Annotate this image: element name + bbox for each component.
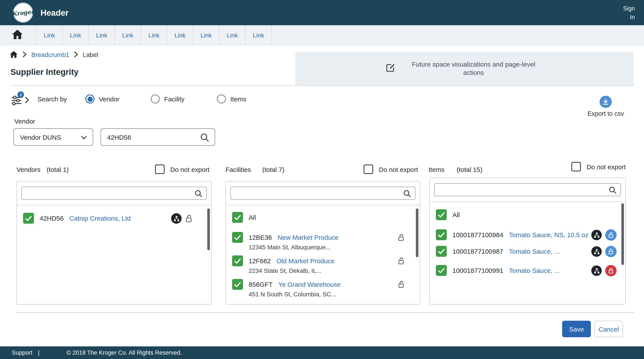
cancel-button[interactable]: Cancel [594, 321, 623, 337]
vendor-row[interactable]: 42HD56 Catnip Creations, Ltd [23, 213, 206, 224]
facilities-all-row[interactable]: All [232, 212, 414, 223]
search-icon[interactable] [403, 189, 412, 200]
facilities-do-not-export[interactable]: Do not export [364, 164, 418, 174]
checkbox-checked-icon[interactable] [232, 279, 243, 290]
vendor-section-label: Vendor [14, 117, 35, 125]
checkbox-unchecked-icon[interactable] [155, 164, 164, 174]
kroger-logo[interactable]: Kroger [13, 2, 33, 23]
breadcrumb-link[interactable]: Breadcrumb1 [31, 51, 69, 58]
dropdown-value: Vendor DUNS [20, 133, 61, 141]
facility-row[interactable]: 12BE36 New Market Produce 12345 Main St,… [232, 232, 414, 251]
unlock-icon[interactable] [186, 215, 193, 222]
unlock-icon[interactable] [398, 281, 405, 288]
checkbox-unchecked-icon[interactable] [571, 162, 581, 171]
item-row[interactable]: 10001877100984 Tomato Sauce, NS, 10.5 oz [436, 229, 620, 240]
nav-link[interactable]: Link [36, 25, 63, 45]
checkbox-checked-icon[interactable] [232, 212, 243, 223]
facility-name-link[interactable]: New Market Produce [278, 234, 338, 241]
facilities-total: (total 7) [262, 166, 284, 173]
items-total: (total 15) [456, 166, 482, 173]
facility-row[interactable]: 856GFT Ye Grand Warehouse 451 N South St… [232, 279, 414, 298]
hierarchy-icon[interactable] [591, 230, 602, 240]
search-icon[interactable] [194, 189, 203, 200]
nav-link[interactable]: Link [141, 25, 167, 45]
facility-name-link[interactable]: Ye Grand Warehouse [278, 281, 340, 288]
support-link[interactable]: Support [12, 350, 32, 356]
item-row[interactable]: 10001877100991 Tomato Sauce, ... [436, 265, 620, 276]
vendors-filter-input[interactable] [22, 187, 206, 199]
vendors-do-not-export[interactable]: Do not export [155, 164, 210, 174]
app-header: Kroger Header Sign In [0, 0, 644, 25]
search-icon[interactable] [608, 186, 617, 196]
facility-row-text: 12F662 Old Market Produce 2234 State St,… [249, 255, 335, 274]
items-do-not-export[interactable]: Do not export [571, 162, 626, 171]
facility-name-link[interactable]: Old Market Produce [276, 257, 335, 265]
divider [17, 205, 211, 205]
item-name-link[interactable]: Tomato Sauce, ... [509, 267, 560, 274]
vendor-name-link[interactable]: Catnip Creations, Ltd [69, 215, 131, 222]
item-name-link[interactable]: Tomato Sauce, ... [509, 248, 560, 255]
hierarchy-icon[interactable] [171, 213, 182, 224]
checkbox-checked-icon[interactable] [232, 255, 243, 266]
radio-unselected-icon[interactable] [217, 94, 226, 104]
checkbox-checked-icon[interactable] [23, 213, 34, 224]
info-banner-text: Future space visualizations and page-lev… [404, 61, 544, 77]
nav-link[interactable]: Link [193, 25, 220, 45]
edit-note-icon [385, 63, 396, 75]
vendor-code: 42HD56 [40, 215, 64, 222]
radio-vendor[interactable]: Vendor [85, 94, 120, 104]
nav-link[interactable]: Link [89, 25, 115, 45]
checkbox-checked-icon[interactable] [436, 246, 447, 257]
checkbox-checked-icon[interactable] [436, 229, 447, 240]
hierarchy-icon[interactable] [591, 246, 602, 257]
checkbox-checked-icon[interactable] [436, 209, 447, 220]
nav-link[interactable]: Link [246, 25, 272, 45]
export-to-csv-label: Export to csv [588, 110, 624, 117]
hierarchy-icon[interactable] [591, 266, 602, 276]
vendors-panel: 42HD56 Catnip Creations, Ltd [16, 181, 212, 305]
vendor-search-input[interactable] [101, 129, 215, 145]
breadcrumb-home-icon[interactable] [10, 50, 18, 59]
unlock-circle-icon[interactable] [605, 229, 616, 241]
vendor-duns-dropdown[interactable]: Vendor DUNS [14, 128, 93, 146]
radio-selected-icon[interactable] [85, 94, 94, 104]
items-filter-input[interactable] [434, 184, 620, 196]
checkbox-checked-icon[interactable] [232, 232, 243, 243]
home-icon [12, 29, 23, 41]
unlock-icon[interactable] [398, 257, 405, 265]
scrollbar-thumb[interactable] [621, 203, 624, 265]
app-footer: Support | © 2018 The Kroger Co. All Righ… [0, 346, 644, 359]
items-panel: All 10001877100984 Tomato Sauce, NS, 10.… [429, 178, 626, 305]
nav-home-button[interactable] [0, 25, 36, 45]
radio-items[interactable]: Items [217, 94, 246, 104]
facilities-filter-input[interactable] [231, 187, 415, 199]
chevron-right-icon[interactable] [25, 97, 29, 105]
unlock-circle-icon[interactable] [605, 246, 616, 257]
facility-row[interactable]: 12F662 Old Market Produce 2234 State St,… [232, 255, 414, 274]
item-row[interactable]: 10001877100987 Tomato Sauce, ... [436, 246, 620, 257]
item-code: 10001877100991 [452, 267, 503, 274]
scrollbar-thumb[interactable] [416, 208, 418, 257]
radio-items-label: Items [230, 95, 246, 103]
scrollbar-thumb[interactable] [207, 208, 210, 250]
filter-toggle[interactable]: 3 [11, 93, 42, 107]
nav-link[interactable]: Link [220, 25, 246, 45]
sign-in-link[interactable]: Sign In [616, 4, 635, 21]
save-button[interactable]: Save [562, 321, 591, 337]
export-to-csv[interactable]: Export to csv [583, 96, 628, 117]
items-all-row[interactable]: All [436, 209, 620, 220]
item-name-link[interactable]: Tomato Sauce, NS, 10.5 oz [509, 231, 588, 239]
search-icon[interactable] [200, 133, 210, 144]
nav-link[interactable]: Link [63, 25, 89, 45]
nav-link[interactable]: Link [167, 25, 193, 45]
nav-link[interactable]: Link [115, 25, 141, 45]
checkbox-unchecked-icon[interactable] [364, 164, 373, 174]
lock-circle-icon[interactable] [605, 265, 616, 276]
header-title: Header [40, 8, 68, 18]
radio-unselected-icon[interactable] [151, 94, 160, 104]
unlock-icon[interactable] [398, 234, 405, 241]
download-icon[interactable] [600, 96, 612, 108]
facility-row-text: 856GFT Ye Grand Warehouse 451 N South St… [249, 279, 340, 298]
radio-facility[interactable]: Facility [151, 94, 184, 104]
checkbox-checked-icon[interactable] [436, 265, 447, 276]
